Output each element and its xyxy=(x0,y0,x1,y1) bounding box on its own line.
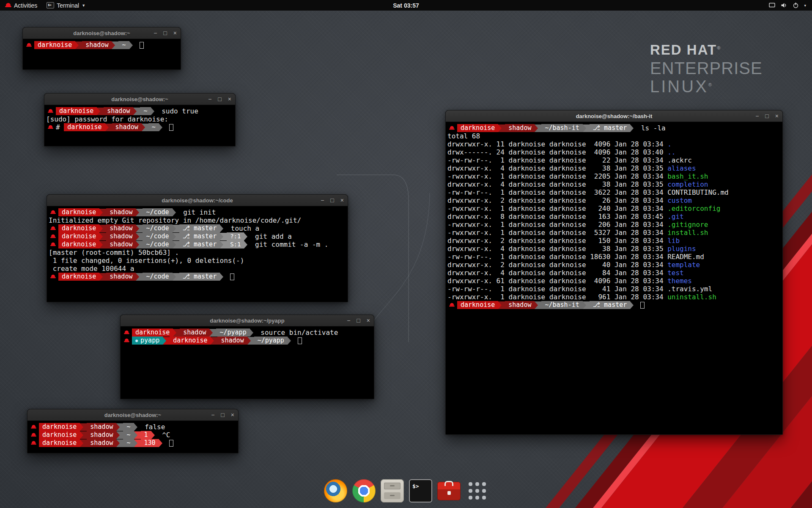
system-status-area[interactable]: ▾ xyxy=(768,0,812,11)
terminal-window-4[interactable]: darknoise@shadow:~/pyapp − □ × darknoise… xyxy=(120,315,374,399)
titlebar[interactable]: darknoise@shadow:~ − □ × xyxy=(27,409,238,421)
prompt-segment-g: ⎇ master xyxy=(590,301,631,309)
maximize-button[interactable]: □ xyxy=(221,412,224,418)
terminal-text: [sudo] password for darknoise: xyxy=(46,115,168,123)
minimize-button[interactable]: − xyxy=(154,30,157,36)
powerline-separator xyxy=(142,124,148,131)
terminal-text: .git xyxy=(667,213,684,221)
titlebar[interactable]: darknoise@shadow:~ − □ × xyxy=(23,28,181,39)
dock-app-grid[interactable] xyxy=(466,479,489,502)
terminal-content[interactable]: darknoiseshadow~/pyapp source bin/activa… xyxy=(121,326,374,399)
maximize-button[interactable]: □ xyxy=(765,113,768,119)
close-button[interactable]: × xyxy=(367,318,370,323)
powerline-separator xyxy=(288,337,294,345)
minimize-button[interactable]: − xyxy=(208,96,211,102)
prompt-segment-u: darknoise xyxy=(132,329,173,337)
dock-firefox[interactable] xyxy=(324,479,347,502)
powerline-separator xyxy=(80,423,87,431)
prompt-segment-u: darknoise xyxy=(39,431,80,439)
terminal-line: darknoiseshadow~/code⎇ master?:1 git add… xyxy=(49,232,348,240)
terminal-line: darknoiseshadow~ sudo true xyxy=(46,107,235,115)
prompt-segment-p: ~/bash-it xyxy=(541,124,582,132)
redhat-logo-icon xyxy=(5,3,11,8)
terminal-cursor xyxy=(640,302,645,309)
rhel-watermark-redhat: RED HAT® xyxy=(650,42,763,58)
rhel-watermark-linux: LINUX® xyxy=(650,77,763,96)
close-button[interactable]: × xyxy=(340,197,344,203)
terminal-line: drwxrwxr-x. 2 darknoise darknoise 150 Ja… xyxy=(447,237,782,245)
window-title: darknoise@shadow:~/pyapp xyxy=(210,318,284,324)
powerline-separator xyxy=(99,225,106,232)
terminal-content[interactable]: darknoiseshadow~ sudo true[sudo] passwor… xyxy=(44,105,235,146)
terminal-text: total 68 xyxy=(447,132,480,140)
prompt-segment-p: ~ xyxy=(123,431,134,439)
clock[interactable]: Sat 03:57 xyxy=(393,2,419,9)
powerline-separator xyxy=(151,431,158,439)
dock-chrome[interactable] xyxy=(352,479,376,502)
terminal-window-1[interactable]: darknoise@shadow:~ − □ × darknoiseshadow… xyxy=(22,27,181,70)
maximize-button[interactable]: □ xyxy=(330,197,334,203)
terminal-text: completion xyxy=(667,180,708,188)
terminal-line: drwxrwxr-x. 4 darknoise darknoise 38 Jan… xyxy=(447,164,782,172)
dock-toolbox[interactable] xyxy=(437,482,461,500)
close-button[interactable]: × xyxy=(775,113,779,119)
app-menu-terminal[interactable]: $> Terminal ▼ xyxy=(42,0,90,11)
minimize-button[interactable]: − xyxy=(347,318,350,323)
terminal-window-3[interactable]: darknoise@shadow:~/code − □ × darknoises… xyxy=(47,194,348,302)
prompt-segment-u: darknoise xyxy=(58,224,99,232)
activities-button[interactable]: Activities xyxy=(0,0,42,11)
terminal-content[interactable]: darknoiseshadow~ falsedarknoiseshadow~1 … xyxy=(27,421,238,453)
terminal-window-bash-it[interactable]: darknoise@shadow:~/bash-it − □ × darknoi… xyxy=(445,110,783,435)
close-button[interactable]: × xyxy=(228,96,231,102)
grid-dot xyxy=(482,489,486,493)
prompt-segment-u: darknoise xyxy=(39,423,80,431)
prompt-segment-u: darknoise xyxy=(34,41,75,49)
redhat-prompt-icon xyxy=(50,210,56,215)
titlebar[interactable]: darknoise@shadow:~/pyapp − □ × xyxy=(121,315,374,326)
minimize-button[interactable]: − xyxy=(755,113,759,119)
maximize-button[interactable]: □ xyxy=(218,96,221,102)
minimize-button[interactable]: − xyxy=(211,412,214,418)
prompt-segment-p: ~ xyxy=(118,41,129,49)
dock-files[interactable] xyxy=(381,479,404,502)
window-title: darknoise@shadow:~ xyxy=(73,30,130,36)
prompt-segment-h: shadow xyxy=(106,232,136,240)
terminal-text: -rw-rw-r--. 1 darknoise darknoise 41 Jan… xyxy=(447,285,667,293)
titlebar[interactable]: darknoise@shadow:~/code − □ × xyxy=(47,195,348,206)
terminal-line: -rw-rw-r--. 1 darknoise darknoise 18630 … xyxy=(447,253,782,261)
titlebar[interactable]: darknoise@shadow:~ − □ × xyxy=(44,94,235,105)
terminal-text: drwxrwxr-x. 4 darknoise darknoise 38 Jan… xyxy=(447,180,667,188)
prompt-segment-venv: pyapp xyxy=(132,337,163,345)
prompt-segment-g: ⎇ master xyxy=(179,224,220,232)
terminal-content[interactable]: darknoiseshadow~ xyxy=(23,39,181,69)
maximize-button[interactable]: □ xyxy=(163,30,167,36)
powerline-separator xyxy=(99,241,106,248)
redhat-prompt-icon xyxy=(50,242,56,247)
terminal-cursor xyxy=(169,440,173,447)
prompt-segment-p: ~/code xyxy=(143,208,172,216)
powerline-separator xyxy=(136,241,143,248)
powerline-separator xyxy=(583,124,590,132)
prompt-segment-h: shadow xyxy=(217,337,247,345)
prompt-segment-u: darknoise xyxy=(457,124,498,132)
close-button[interactable]: × xyxy=(231,412,234,418)
prompt-segment-p: ~/pyapp xyxy=(216,329,250,337)
close-button[interactable]: × xyxy=(173,30,177,36)
terminal-text: -rwxrwxr-x. 1 darknoise darknoise 206 Ja… xyxy=(447,221,667,229)
minimize-button[interactable]: − xyxy=(321,197,324,203)
terminal-text: drwxrwxr-x. 4 darknoise darknoise 84 Jan… xyxy=(447,269,667,277)
terminal-window-5[interactable]: darknoise@shadow:~ − □ × darknoiseshadow… xyxy=(27,409,239,453)
terminal-content[interactable]: darknoiseshadow~/code git initInitialize… xyxy=(47,206,348,302)
terminal-line: darknoiseshadow~ xyxy=(25,41,181,49)
titlebar[interactable]: darknoise@shadow:~/bash-it − □ × xyxy=(446,110,782,122)
terminal-text: -rwxrwxr-x. 1 darknoise darknoise 5327 J… xyxy=(447,229,667,237)
terminal-text: create mode 100644 a xyxy=(49,265,134,273)
terminal-line: darknoiseshadow~/bash-it⎇ master xyxy=(447,301,782,309)
terminal-window-2[interactable]: darknoise@shadow:~ − □ × darknoiseshadow… xyxy=(44,93,236,146)
powerline-separator xyxy=(173,273,179,281)
terminal-line: -rw-rw-r--. 1 darknoise darknoise 41 Jan… xyxy=(447,285,782,293)
terminal-line: darknoiseshadow~/code git init xyxy=(49,208,348,216)
dock-terminal[interactable]: $> xyxy=(409,479,432,502)
terminal-content[interactable]: darknoiseshadow~/bash-it⎇ master ls -lat… xyxy=(446,122,782,434)
maximize-button[interactable]: □ xyxy=(357,318,360,323)
